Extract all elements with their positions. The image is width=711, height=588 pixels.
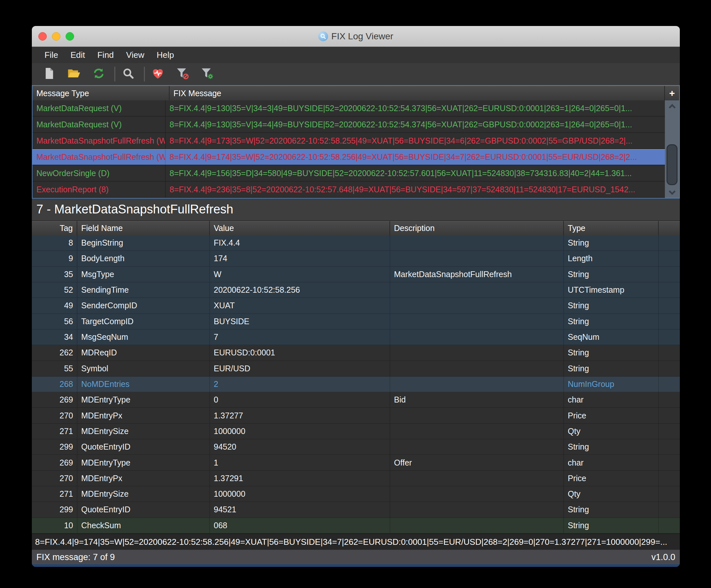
field-row[interactable]: 269MDEntryType0Bidchar — [32, 392, 680, 408]
type-cell: String — [564, 267, 659, 282]
type-cell: String — [564, 235, 659, 250]
description-cell: MarketDataSnapshotFullRefresh — [390, 267, 564, 282]
column-header-value[interactable]: Value — [210, 221, 390, 235]
message-row[interactable]: NewOrderSingle (D)8=FIX.4.4|9=156|35=D|3… — [33, 165, 665, 182]
message-table-scrollbar[interactable] — [665, 100, 679, 198]
new-file-icon — [44, 67, 55, 81]
description-cell — [390, 251, 564, 266]
menu-file[interactable]: File — [44, 50, 58, 60]
field-name-cell: MDEntrySize — [77, 486, 210, 502]
value-cell: 94520 — [210, 439, 390, 455]
field-row[interactable]: 55SymbolEUR/USDString — [32, 361, 680, 377]
fix-message-cell: 8=FIX.4.4|9=130|35=V|34=4|49=BUYSIDE|52=… — [166, 117, 665, 132]
type-cell: Price — [564, 408, 659, 423]
title-bar: FIX Log Viewer — [32, 26, 680, 47]
message-type-cell: NewOrderSingle (D) — [33, 165, 166, 181]
field-row[interactable]: 271MDEntrySize1000000Qty — [32, 424, 680, 439]
description-cell — [390, 361, 564, 376]
description-cell — [390, 282, 564, 298]
field-name-cell: MsgType — [77, 267, 210, 282]
scrollbar-thumb[interactable] — [667, 144, 677, 185]
message-table-header: Message Type FIX Message + — [33, 86, 679, 100]
field-row[interactable]: 299QuoteEntryID94520String — [32, 439, 680, 455]
field-row[interactable]: 270MDEntryPx1.37291Price — [32, 471, 680, 486]
message-row[interactable]: MarketDataSnapshotFullRefresh (W)8=FIX.4… — [33, 149, 665, 165]
menu-edit[interactable]: Edit — [70, 50, 85, 60]
type-cell: String — [564, 345, 659, 360]
value-cell: EURUSD:0:0001 — [210, 345, 390, 360]
field-name-cell: QuoteEntryID — [77, 439, 210, 455]
blank-cell — [659, 330, 680, 345]
zoom-window-button[interactable] — [66, 32, 74, 41]
description-cell: Bid — [390, 392, 564, 407]
filter-settings-button[interactable] — [198, 65, 216, 83]
menu-view[interactable]: View — [126, 50, 144, 60]
filter-clear-icon — [176, 67, 189, 81]
description-cell — [390, 502, 564, 517]
filter-clear-button[interactable] — [173, 65, 192, 83]
fix-message-cell: 8=FIX.4.4|9=156|35=D|34=580|49=BUYSIDE|5… — [166, 165, 665, 181]
field-row[interactable]: 10CheckSum068String — [32, 518, 680, 533]
blank-cell — [659, 361, 680, 376]
message-row[interactable]: MarketDataRequest (V)8=FIX.4.4|9=130|35=… — [33, 100, 665, 117]
column-header-description[interactable]: Description — [390, 221, 564, 235]
message-row[interactable]: MarketDataSnapshotFullRefresh (W)8=FIX.4… — [33, 133, 665, 149]
field-row[interactable]: 270MDEntryPx1.37277Price — [32, 408, 680, 423]
blank-cell — [659, 251, 680, 266]
heartbeat-icon — [152, 67, 164, 81]
tag-cell: 269 — [32, 455, 77, 470]
field-row[interactable]: 9BodyLength174Length — [32, 251, 680, 266]
menu-find[interactable]: Find — [98, 50, 114, 60]
field-row[interactable]: 271MDEntrySize1000000Qty — [32, 486, 680, 502]
message-type-cell: ExecutionReport (8) — [33, 182, 166, 197]
field-row[interactable]: 49SenderCompIDXUATString — [32, 298, 680, 314]
blank-cell — [659, 298, 680, 313]
open-log-button[interactable] — [65, 65, 83, 83]
field-row[interactable]: 262MDReqIDEURUSD:0:0001String — [32, 345, 680, 361]
field-name-cell: BeginString — [77, 235, 210, 250]
field-row[interactable]: 268NoMDEntries2NumInGroup — [32, 377, 680, 392]
add-column-button[interactable]: + — [665, 86, 679, 100]
close-window-button[interactable] — [38, 32, 47, 41]
column-header-type[interactable]: Type — [564, 221, 659, 235]
description-cell — [390, 471, 564, 486]
description-cell — [390, 298, 564, 313]
field-row[interactable]: 8BeginStringFIX.4.4String — [32, 235, 680, 251]
app-window: FIX Log Viewer FileEditFindViewHelp — [32, 26, 680, 567]
field-row[interactable]: 52SendingTime20200622-10:52:58.256UTCTim… — [32, 282, 680, 298]
column-header-fix-message[interactable]: FIX Message — [170, 86, 665, 100]
field-row[interactable]: 34MsgSeqNum7SeqNum — [32, 330, 680, 345]
field-name-cell: MDReqID — [77, 345, 210, 360]
value-cell: BUYSIDE — [210, 314, 390, 329]
column-header-field-name[interactable]: Field Name — [77, 221, 210, 235]
heartbeat-filter-button[interactable] — [149, 65, 167, 83]
message-row[interactable]: ExecutionReport (8)8=FIX.4.4|9=236|35=8|… — [33, 182, 665, 198]
field-row[interactable]: 35MsgTypeWMarketDataSnapshotFullRefreshS… — [32, 267, 680, 282]
search-button[interactable] — [119, 65, 137, 83]
column-header-message-type[interactable]: Message Type — [33, 86, 170, 100]
type-cell: NumInGroup — [564, 377, 659, 392]
refresh-button[interactable] — [90, 65, 108, 83]
scroll-up-icon[interactable] — [668, 104, 675, 111]
field-row[interactable]: 299QuoteEntryID94521String — [32, 502, 680, 518]
column-header-tag[interactable]: Tag — [32, 221, 77, 235]
blank-cell — [659, 282, 680, 298]
window-title: FIX Log Viewer — [331, 31, 393, 42]
message-row[interactable]: MarketDataRequest (V)8=FIX.4.4|9=130|35=… — [33, 117, 665, 133]
blank-cell — [659, 439, 680, 455]
tag-cell: 270 — [32, 471, 77, 486]
blank-cell — [659, 408, 680, 423]
field-row[interactable]: 269MDEntryType1Offerchar — [32, 455, 680, 470]
value-cell: 7 — [210, 330, 390, 345]
tag-cell: 52 — [32, 282, 77, 298]
menu-help[interactable]: Help — [156, 50, 174, 60]
field-name-cell: BodyLength — [77, 251, 210, 266]
tag-cell: 34 — [32, 330, 77, 345]
open-log-icon — [68, 68, 81, 80]
scroll-down-icon[interactable] — [668, 188, 675, 195]
new-file-button[interactable] — [40, 65, 59, 83]
minimize-window-button[interactable] — [52, 32, 60, 41]
field-row[interactable]: 56TargetCompIDBUYSIDEString — [32, 314, 680, 330]
description-cell — [390, 408, 564, 423]
tag-cell: 299 — [32, 502, 77, 517]
